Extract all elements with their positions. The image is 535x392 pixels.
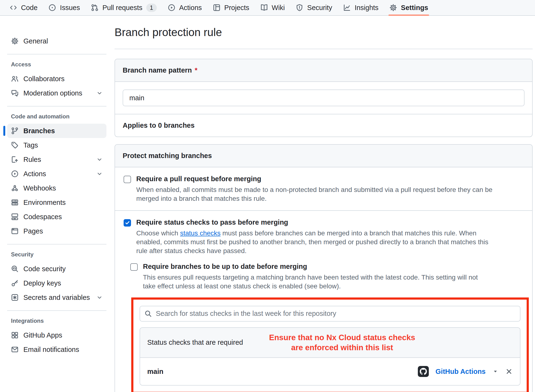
issue-opened-icon <box>48 4 56 11</box>
require-status-checks-checkbox[interactable] <box>124 219 131 227</box>
sidebar-item-environments[interactable]: Environments <box>7 195 106 210</box>
github-mark-icon <box>418 366 429 377</box>
sidebar-item-label: Actions <box>23 170 46 178</box>
sidebar-item-label: Rules <box>23 156 41 164</box>
sidebar-item-actions[interactable]: Actions <box>7 167 106 181</box>
key-icon <box>11 279 19 287</box>
git-branch-icon <box>11 127 19 135</box>
branch-name-pattern-input[interactable] <box>123 90 525 106</box>
description-text: Choose which <box>136 229 180 237</box>
sidebar-item-secrets-and-variables[interactable]: Secrets and variables <box>7 290 106 305</box>
tab-insights[interactable]: Insights <box>339 0 383 15</box>
book-icon <box>260 4 268 11</box>
status-check-row: main GitHub Actions <box>140 358 520 385</box>
chevron-down-icon <box>96 294 103 301</box>
gear-icon <box>389 4 397 11</box>
tab-issues[interactable]: Issues <box>44 0 84 15</box>
people-icon <box>11 75 19 83</box>
require-pull-request-label[interactable]: Require a pull request before merging <box>136 175 261 183</box>
sidebar-item-rules[interactable]: Rules <box>7 152 106 167</box>
divider <box>115 49 533 49</box>
sidebar-item-label: GitHub Apps <box>23 331 62 339</box>
tab-settings[interactable]: Settings <box>385 0 432 15</box>
settings-sidebar: General Access Collaborators Moderation … <box>0 16 110 357</box>
tab-wiki[interactable]: Wiki <box>256 0 289 15</box>
chevron-down-icon <box>96 156 103 163</box>
divider <box>7 244 106 244</box>
sidebar-item-github-apps[interactable]: GitHub Apps <box>7 328 106 342</box>
code-icon <box>10 4 17 11</box>
require-status-checks-label[interactable]: Require status checks to pass before mer… <box>136 218 288 226</box>
shield-icon <box>296 4 303 11</box>
annotation-text: Ensure that no Nx Cloud status checks ar… <box>243 333 441 353</box>
tab-projects[interactable]: Projects <box>209 0 254 15</box>
tab-label: Insights <box>355 4 378 12</box>
chevron-down-icon <box>96 90 103 96</box>
sidebar-item-deploy-keys[interactable]: Deploy keys <box>7 276 106 290</box>
sidebar-item-label: Webhooks <box>23 184 56 192</box>
require-up-to-date-checkbox[interactable] <box>130 263 138 271</box>
play-icon <box>11 170 19 178</box>
server-icon <box>11 199 19 206</box>
branch-name-pattern-label: Branch name pattern <box>123 66 192 74</box>
code-scan-icon <box>11 265 19 273</box>
caret-down-icon[interactable] <box>492 368 498 375</box>
sidebar-item-branches[interactable]: Branches <box>7 124 106 138</box>
sidebar-item-pages[interactable]: Pages <box>7 224 106 238</box>
required-status-checks-title: Status checks that are required <box>147 339 243 346</box>
tab-actions[interactable]: Actions <box>163 0 206 15</box>
required-status-checks-list: Status checks that are required Ensure t… <box>140 327 520 386</box>
require-pull-request-option: Require a pull request before merging Wh… <box>115 167 532 210</box>
sidebar-item-collaborators[interactable]: Collaborators <box>7 72 106 86</box>
search-icon <box>144 310 152 318</box>
sidebar-item-label: Code security <box>23 265 66 273</box>
tab-pull-requests[interactable]: Pull requests 1 <box>87 0 161 15</box>
status-checks-search-input[interactable] <box>140 306 520 322</box>
status-check-source-link[interactable]: GitHub Actions <box>435 368 486 376</box>
tag-icon <box>11 141 19 149</box>
annotation-highlight-box: Status checks that are required Ensure t… <box>131 297 529 392</box>
sidebar-section-title: Security <box>11 251 106 258</box>
protect-matching-branches-card: Protect matching branches Require a pull… <box>115 144 533 392</box>
codespaces-icon <box>11 213 19 221</box>
asterisk-box-icon <box>11 294 19 301</box>
sidebar-item-moderation-options[interactable]: Moderation options <box>7 86 106 100</box>
sidebar-item-label: Branches <box>23 127 55 135</box>
sidebar-item-label: Tags <box>23 141 38 149</box>
protect-matching-branches-header: Protect matching branches <box>115 145 532 167</box>
require-pull-request-checkbox[interactable] <box>124 176 131 183</box>
tab-label: Code <box>21 4 37 12</box>
tab-code[interactable]: Code <box>5 0 42 15</box>
tab-security[interactable]: Security <box>291 0 336 15</box>
table-icon <box>213 4 220 11</box>
browser-icon <box>11 227 19 235</box>
annotation-line: Ensure that no Nx Cloud status checks <box>243 333 441 343</box>
graph-icon <box>343 4 351 11</box>
tab-label: Actions <box>179 4 202 12</box>
tab-label: Pull requests <box>102 4 142 12</box>
status-check-name: main <box>147 368 163 376</box>
require-status-checks-description: Choose which status checks must pass bef… <box>136 229 494 255</box>
settings-main: Branch protection rule Branch name patte… <box>110 16 535 392</box>
divider <box>7 106 106 106</box>
tab-label: Settings <box>401 4 428 12</box>
require-up-to-date-label[interactable]: Require branches to be up to date before… <box>143 263 307 270</box>
status-checks-search <box>140 306 520 322</box>
sidebar-item-label: Secrets and variables <box>23 294 90 302</box>
sidebar-item-email-notifications[interactable]: Email notifications <box>7 342 106 357</box>
sidebar-item-general[interactable]: General <box>7 34 106 48</box>
sidebar-item-webhooks[interactable]: Webhooks <box>7 181 106 195</box>
sidebar-item-codespaces[interactable]: Codespaces <box>7 210 106 224</box>
applies-to-branches: Applies to 0 branches <box>115 114 532 137</box>
sidebar-item-label: Codespaces <box>23 213 62 221</box>
gear-icon <box>11 37 19 45</box>
required-asterisk: * <box>195 66 197 74</box>
require-up-to-date-option: Require branches to be up to date before… <box>130 263 524 392</box>
tab-label: Projects <box>224 4 249 12</box>
require-pull-request-description: When enabled, all commits must be made t… <box>136 185 494 203</box>
sidebar-item-code-security[interactable]: Code security <box>7 262 106 276</box>
require-up-to-date-description: This ensures pull requests targeting a m… <box>143 273 491 291</box>
status-checks-link[interactable]: status checks <box>180 229 221 237</box>
sidebar-item-tags[interactable]: Tags <box>7 138 106 152</box>
remove-status-check-icon[interactable] <box>505 368 513 375</box>
